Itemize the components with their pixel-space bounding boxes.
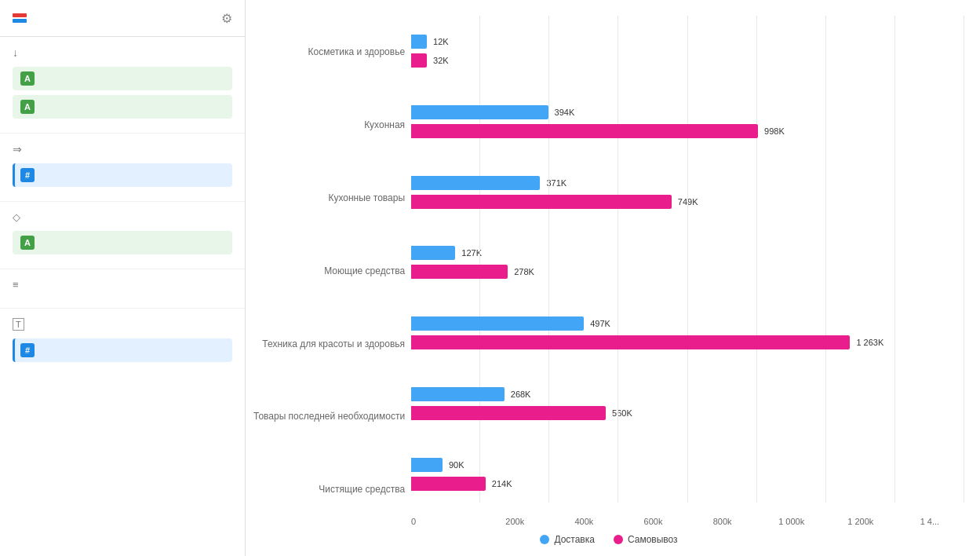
legend-label-1: Самовывоз: [628, 534, 678, 545]
bar-row-pink-5: 560K: [411, 404, 964, 422]
bar-row-pink-0: 32K: [411, 52, 964, 69]
bar-label-blue-2: 371K: [546, 178, 567, 188]
y-label-5: Товары последней необходимости: [253, 411, 405, 422]
bar-label-pink-1: 998K: [764, 126, 785, 136]
signatures-label-row: T: [13, 318, 232, 331]
bar-row-pink-2: 749K: [411, 193, 964, 210]
legend-label-0: Доставка: [554, 534, 595, 545]
x-tick-7: 1 4...: [895, 517, 964, 526]
signatures-field-1-badge: #: [20, 343, 35, 357]
legend-dot-0: [540, 535, 549, 544]
bar-label-pink-0: 32K: [433, 56, 449, 65]
bar-label-blue-0: 12K: [433, 37, 449, 46]
bar-blue-5: [411, 387, 505, 401]
bar-pink-5: [411, 406, 606, 420]
bar-blue-1: [411, 105, 548, 119]
bars-area: 12K32K394K998K371K749K127K278K497K1 263K…: [411, 16, 964, 526]
x-field-1[interactable]: #: [13, 163, 232, 187]
bar-pink-4: [411, 335, 850, 349]
bar-row-blue-5: 268K: [411, 386, 964, 403]
bar-group-5: 268K560K: [411, 386, 964, 422]
y-axis-labels: Косметика и здоровьеКухоннаяКухонные тов…: [253, 16, 411, 526]
x-field-1-badge: #: [20, 168, 35, 182]
x-axis-section: ⇒ #: [0, 134, 245, 202]
bar-row-blue-1: 394K: [411, 104, 964, 121]
y-field-1-badge: A: [20, 71, 35, 86]
bar-pink-2: [411, 195, 672, 209]
bar-label-blue-1: 394K: [555, 108, 575, 117]
bar-label-pink-5: 560K: [612, 408, 632, 418]
y-label-2: Кухонные товары: [253, 192, 405, 203]
bar-row-pink-6: 214K: [411, 475, 964, 492]
chart-legend: ДоставкаСамовывоз: [253, 526, 964, 548]
x-tick-1: 200k: [480, 517, 549, 526]
y-label-4: Техника для красоты и здоровья: [253, 338, 405, 349]
bar-row-blue-3: 127K: [411, 244, 964, 262]
x-tick-4: 800k: [688, 517, 757, 526]
bar-row-pink-3: 278K: [411, 263, 964, 280]
y-label-6: Чистящие средства: [253, 484, 405, 495]
y-label-3: Моющие средства: [253, 265, 405, 276]
gear-icon[interactable]: ⚙: [221, 11, 232, 26]
x-axis: 0200k400k600k800k1 000k1 200k1 4...: [411, 514, 964, 526]
bar-groups: 12K32K394K998K371K749K127K278K497K1 263K…: [411, 16, 964, 514]
bar-row-pink-4: 1 263K: [411, 334, 964, 351]
bar-group-4: 497K1 263K: [411, 315, 964, 351]
bar-blue-2: [411, 176, 540, 190]
x-tick-5: 1 000k: [757, 517, 826, 526]
y-label-0: Косметика и здоровье: [253, 46, 405, 57]
y-field-1[interactable]: A: [13, 67, 232, 90]
signatures-section: T #: [0, 309, 245, 376]
sorting-icon: ≡: [13, 279, 19, 291]
y-field-2-badge: A: [20, 100, 35, 114]
bar-label-pink-6: 214K: [492, 479, 512, 488]
logo-bar-red: [13, 13, 27, 17]
bar-group-2: 371K749K: [411, 174, 964, 210]
signatures-icon: T: [13, 318, 24, 331]
bar-group-6: 90K214K: [411, 456, 964, 492]
colors-field-1[interactable]: A: [13, 231, 232, 254]
legend-dot-1: [614, 535, 623, 544]
x-tick-0: 0: [411, 517, 480, 526]
y-field-2[interactable]: A: [13, 95, 232, 119]
bar-label-pink-2: 749K: [678, 197, 698, 207]
sidebar: ⚙ ↓ A A ⇒ # ◇ A: [0, 0, 246, 556]
sorting-label-row: ≡: [13, 279, 232, 291]
bar-row-blue-0: 12K: [411, 33, 964, 50]
logo-bar-blue: [13, 19, 27, 23]
bar-row-blue-2: 371K: [411, 174, 964, 192]
bar-group-3: 127K278K: [411, 244, 964, 280]
bar-pink-3: [411, 265, 508, 279]
x-tick-6: 1 200k: [826, 517, 895, 526]
sidebar-header: ⚙: [0, 0, 245, 37]
bar-label-pink-3: 278K: [514, 267, 534, 276]
bar-row-pink-1: 998K: [411, 123, 964, 140]
bar-label-blue-3: 127K: [461, 248, 482, 258]
colors-field-1-badge: A: [20, 236, 35, 250]
x-arrow-icon: ⇒: [13, 143, 22, 155]
title-row: [13, 13, 33, 23]
y-arrow-icon: ↓: [13, 46, 18, 59]
bar-pink-0: [411, 53, 427, 68]
bar-group-0: 12K32K: [411, 33, 964, 69]
bar-label-pink-4: 1 263K: [856, 338, 883, 347]
bar-pink-6: [411, 477, 486, 491]
x-tick-2: 400k: [549, 517, 618, 526]
chart-inner: Косметика и здоровьеКухоннаяКухонные тов…: [253, 16, 964, 526]
y-axis-section: ↓ A A: [0, 37, 245, 134]
bar-label-blue-6: 90K: [449, 460, 464, 470]
bar-row-blue-4: 497K: [411, 315, 964, 332]
y-label-1: Кухонная: [253, 119, 405, 130]
bar-group-1: 394K998K: [411, 104, 964, 140]
y-axis-label-row: ↓: [13, 46, 232, 59]
bar-label-blue-4: 497K: [590, 319, 610, 328]
colors-section: ◇ A: [0, 202, 245, 269]
logo-icon: [13, 13, 27, 23]
bar-blue-3: [411, 246, 455, 260]
colors-label-row: ◇: [13, 211, 232, 223]
bar-pink-1: [411, 124, 758, 138]
colors-icon: ◇: [13, 211, 20, 223]
signatures-field-1[interactable]: #: [13, 338, 232, 362]
x-tick-3: 600k: [618, 517, 687, 526]
sorting-section: ≡: [0, 269, 245, 309]
